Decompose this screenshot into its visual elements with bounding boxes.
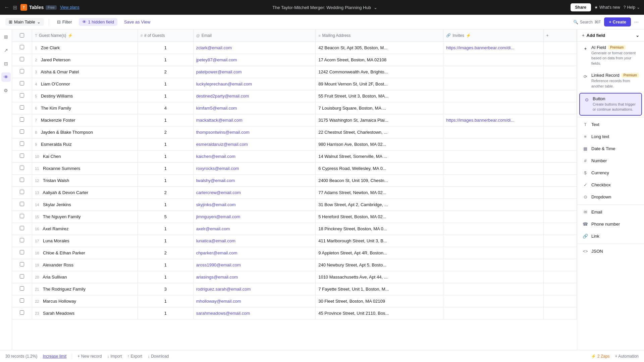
cell-num-guests: 1 xyxy=(138,162,193,174)
table-row: 14 Skylar Jenkins 1 skyjinks@email.com 3… xyxy=(12,198,577,210)
row-checkbox-cell xyxy=(12,54,32,66)
row-checkbox[interactable] xyxy=(20,262,24,266)
cell-invites xyxy=(443,223,543,235)
row-checkbox[interactable] xyxy=(20,214,24,218)
th-checkbox xyxy=(12,29,32,42)
cell-guest-name: 20 Aria Sullivan xyxy=(32,271,138,283)
keyboard-shortcut: ⌘F xyxy=(594,20,601,24)
row-checkbox[interactable] xyxy=(20,298,24,303)
add-field-header[interactable]: + Add field ⌄ xyxy=(577,29,644,42)
cell-guest-name: 18 Chloe & Ethan Parker xyxy=(32,247,138,259)
row-checkbox[interactable] xyxy=(20,250,24,254)
sidebar-icon-settings[interactable]: ⚙ xyxy=(1,86,11,95)
export-button[interactable]: ↑ Export xyxy=(127,354,142,359)
more-options-icon[interactable]: ⋯ xyxy=(634,19,639,24)
field-type-number[interactable]: # Number xyxy=(577,155,644,167)
row-checkbox-cell xyxy=(12,126,32,138)
row-checkbox[interactable] xyxy=(20,141,24,146)
help-button[interactable]: ? Help ⌄ xyxy=(624,5,640,10)
nav-center: The Taylor-Mitchell Merger: Wedding Plan… xyxy=(84,5,567,10)
row-checkbox[interactable] xyxy=(20,57,24,61)
row-checkbox[interactable] xyxy=(20,202,24,206)
row-checkbox[interactable] xyxy=(20,69,24,73)
grid-icon[interactable]: ⊞ xyxy=(13,4,17,11)
cell-email: lunatica@email.com xyxy=(193,235,316,247)
field-type-currency[interactable]: $ Currency xyxy=(577,167,644,179)
cell-email: cartercrew@email.com xyxy=(193,186,316,198)
field-type-ai[interactable]: ✦ AI Field Premium Generate or format co… xyxy=(577,42,644,69)
row-checkbox[interactable] xyxy=(20,274,24,279)
field-type-checkbox[interactable]: ✓ Checkbox xyxy=(577,179,644,191)
field-type-link[interactable]: 🔗 Link xyxy=(577,230,644,242)
hidden-fields-button[interactable]: 👁 1 hidden field xyxy=(79,18,117,26)
row-checkbox[interactable] xyxy=(20,238,24,242)
zaps-button[interactable]: ⚡ 2 Zaps xyxy=(591,354,610,359)
phone-icon: ☎ xyxy=(582,221,589,228)
create-button[interactable]: + Create xyxy=(604,17,631,26)
row-checkbox[interactable] xyxy=(20,178,24,182)
cell-invites xyxy=(443,259,543,271)
row-checkbox-cell xyxy=(12,114,32,126)
row-checkbox[interactable] xyxy=(20,286,24,291)
star-icon: ★ xyxy=(594,5,598,10)
download-button[interactable]: ↓ Download xyxy=(148,354,169,359)
cell-num-guests: 2 xyxy=(138,66,193,78)
th-email: @ Email xyxy=(193,29,316,42)
field-type-date-time[interactable]: ▦ Date & Time xyxy=(577,143,644,155)
premium-badge-linked: Premium xyxy=(622,73,639,77)
cell-email: axelr@email.com xyxy=(193,223,316,235)
row-checkbox[interactable] xyxy=(20,154,24,158)
new-record-button[interactable]: + New record xyxy=(77,354,102,359)
row-checkbox[interactable] xyxy=(20,226,24,230)
chevron-down-icon: ⌄ xyxy=(636,33,639,38)
main-table-tab[interactable]: ⊞ Main Table ⌄ xyxy=(5,18,44,26)
field-type-linked-record[interactable]: ⟳ Linked Record Premium Reference record… xyxy=(577,69,644,92)
sidebar-icon-eye[interactable]: 👁 xyxy=(1,72,11,82)
import-button[interactable]: ↓ Import xyxy=(107,354,122,359)
sidebar-icon-arrow[interactable]: ↗ xyxy=(1,46,11,55)
row-checkbox[interactable] xyxy=(20,81,24,85)
cell-guest-name: 16 Axel Ramirez xyxy=(32,223,138,235)
cell-guest-name: 13 Aaliyah & Devon Carter xyxy=(32,186,138,198)
field-type-dropdown[interactable]: ⊙ Dropdown xyxy=(577,191,644,203)
filter-button[interactable]: ⊟ Filter xyxy=(54,18,75,26)
field-type-email[interactable]: ✉ Email xyxy=(577,206,644,218)
row-checkbox-cell xyxy=(12,210,32,223)
increase-limit-link[interactable]: Increase limit xyxy=(43,354,66,359)
row-checkbox[interactable] xyxy=(20,129,24,134)
field-type-long-text[interactable]: ≡ Long text xyxy=(577,131,644,143)
row-checkbox[interactable] xyxy=(20,105,24,110)
select-all-checkbox[interactable] xyxy=(20,33,24,38)
cell-num-guests: 1 xyxy=(138,174,193,186)
page-title: The Taylor-Mitchell Merger: Wedding Plan… xyxy=(272,5,371,10)
field-type-text[interactable]: T Text xyxy=(577,119,644,131)
field-type-json[interactable]: <> JSON xyxy=(577,245,644,257)
whats-new-link[interactable]: ★ What's new xyxy=(594,5,620,10)
sidebar-icon-grid[interactable]: ⊞ xyxy=(1,32,11,42)
record-count: 30 records (1.2%) xyxy=(5,354,37,359)
table-row: 16 Axel Ramirez 1 axelr@email.com 18 Pin… xyxy=(12,223,577,235)
automation-button[interactable]: + Automation xyxy=(615,354,639,359)
row-checkbox[interactable] xyxy=(20,190,24,194)
cell-invites xyxy=(443,90,543,102)
row-checkbox[interactable] xyxy=(20,310,24,315)
row-checkbox[interactable] xyxy=(20,93,24,98)
cell-add xyxy=(543,54,577,66)
field-type-phone[interactable]: ☎ Phone number xyxy=(577,218,644,230)
share-button[interactable]: Share xyxy=(571,3,591,11)
search-icon: 🔍 xyxy=(573,20,578,24)
field-type-button[interactable]: ⊙ Button Create buttons that trigger or … xyxy=(579,93,642,116)
sidebar-icon-filter[interactable]: ⊟ xyxy=(1,59,11,68)
cell-num-guests: 2 xyxy=(138,126,193,138)
save-view-button[interactable]: Save as View xyxy=(121,18,154,26)
cell-email: chparker@email.com xyxy=(193,247,316,259)
cell-add xyxy=(543,162,577,174)
cell-num-guests: 1 xyxy=(138,42,193,54)
back-icon[interactable]: ← xyxy=(4,4,9,10)
row-checkbox[interactable] xyxy=(20,45,24,49)
th-add-field[interactable]: + xyxy=(543,29,577,42)
view-plans-link[interactable]: View plans xyxy=(60,5,79,10)
search-area[interactable]: 🔍 Search ⌘F xyxy=(573,20,601,24)
row-checkbox[interactable] xyxy=(20,166,24,170)
row-checkbox[interactable] xyxy=(20,117,24,122)
